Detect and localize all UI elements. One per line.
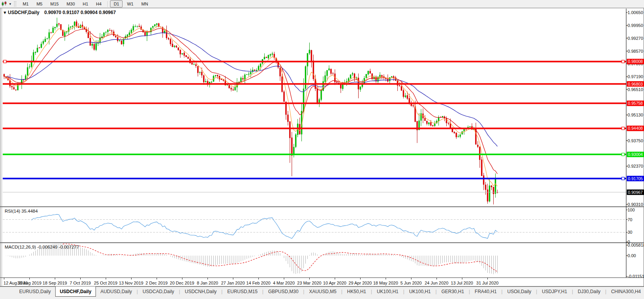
timeframe-button-m15[interactable]: M15	[47, 0, 62, 7]
tab-separator: |	[137, 287, 138, 296]
price-tick-label: 0.96510	[628, 87, 643, 92]
price-tick-label: 0.99270	[628, 36, 643, 41]
rsi-tick-label: 30	[628, 230, 632, 235]
tab-ger30-h1[interactable]: GER30,H1	[437, 287, 468, 296]
date-tick-label: 31 Jul 2020	[476, 281, 499, 285]
price-tick-label: 0.97190	[628, 74, 643, 79]
tab-hk50-h1[interactable]: HK50,H1	[343, 287, 371, 296]
tab-separator: |	[435, 287, 437, 296]
date-tick-label: 5 Jun 2020	[400, 281, 422, 285]
toolbar-grip	[14, 1, 16, 7]
macd-tick-label: 0.00	[628, 253, 636, 258]
tab-usoil-daily[interactable]: USOil,Daily	[503, 287, 536, 296]
price-box-label: 0.90967	[628, 190, 643, 195]
price-tick-label: 0.95130	[628, 113, 643, 117]
price-tick-label: 0.92370	[628, 164, 643, 168]
timeframe-button-h1[interactable]: H1	[79, 0, 92, 7]
macd-tick-label: 0.005818	[628, 243, 644, 247]
price-box-label: 0.96803	[628, 82, 643, 86]
date-tick-label: 27 Jan 2020	[221, 281, 245, 285]
tab-separator: |	[403, 287, 404, 296]
tab-eurusd-daily[interactable]: EURUSD,Daily	[15, 287, 55, 296]
date-tick-label: 23 Mar 2020	[297, 281, 321, 285]
tab-separator: |	[221, 287, 222, 296]
timeframe-button-h4[interactable]: H4	[92, 0, 105, 7]
tab-china300-h4[interactable]: CHINA300,H4	[607, 287, 644, 296]
date-tick-label: 4 Mar 2020	[273, 281, 295, 285]
timeframe-button-m1[interactable]: M1	[19, 0, 32, 7]
chart-ohlc-values: 0.90970 0.91107 0.90904 0.90967	[44, 10, 116, 15]
level-handle	[622, 153, 624, 156]
price-tick-label: 0.99950	[628, 23, 643, 28]
timeframe-button-d1[interactable]: D1	[110, 0, 123, 7]
date-tick-label: 20 Dec 2019	[170, 281, 194, 285]
tab-separator: |	[572, 287, 573, 296]
macd-tick-label: -0.011514	[628, 274, 644, 279]
tab-separator: |	[371, 287, 372, 296]
chart-type-button[interactable]: ▼	[1, 1, 12, 7]
tab-separator: |	[341, 287, 342, 296]
date-tick-label: 7 Oct 2019	[70, 281, 91, 285]
date-tick-label: 30 Aug 2019	[17, 281, 41, 285]
macd-indicator-label: MACD(12,26,9) -0.006249 -0.007277	[5, 245, 79, 249]
tab-audusd-daily[interactable]: AUDUSD,Daily	[96, 287, 136, 296]
price-box-label: 0.98008	[628, 59, 643, 64]
tab-separator: |	[303, 287, 304, 296]
timeframe-button-w1[interactable]: W1	[123, 0, 137, 7]
date-tick-label: 24 Jun 2020	[425, 281, 449, 285]
tab-uk100-h1[interactable]: UK100,H1	[405, 287, 435, 296]
date-tick-label: 8 Jan 2020	[197, 281, 218, 285]
chart-tab-bar: EURUSD,DailyUSDCHF,DailyAUDUSD,Daily|USD…	[0, 286, 644, 299]
level-handle	[4, 60, 6, 63]
toolbar-separator	[107, 1, 108, 7]
tab-separator: |	[469, 287, 470, 296]
timeframe-button-m5[interactable]: M5	[33, 0, 46, 7]
date-tick-label: 13 Nov 2019	[119, 281, 143, 285]
date-tick-label: 25 Oct 2019	[94, 281, 117, 285]
date-tick-label: 14 Feb 2020	[246, 281, 271, 285]
price-tick-label: 0.98570	[628, 49, 643, 54]
date-tick-label: 18 Sep 2019	[43, 281, 67, 285]
timeframe-button-m30[interactable]: M30	[63, 0, 78, 7]
price-tick-label: 1.00650	[628, 10, 643, 15]
price-box-label: 0.93004	[628, 152, 643, 157]
tab-fra40-h1[interactable]: FRA40,H1	[471, 287, 501, 296]
chart-type-icon	[1, 1, 7, 7]
tab-xauusd-m5[interactable]: XAUUSD,M5	[305, 287, 341, 296]
tab-separator: |	[262, 287, 263, 296]
tab-separator: |	[179, 287, 180, 296]
top-toolbar: ▼ M1M5M15M30H1H4D1W1MN	[0, 0, 644, 8]
timeframe-button-group: M1M5M15M30H1H4D1W1MN	[19, 0, 152, 7]
chart-dropdown-icon: ▼	[3, 10, 7, 15]
level-handle	[622, 127, 624, 130]
date-tick-label: 29 Apr 2020	[348, 281, 372, 285]
chart-canvas[interactable]: 1.006500.999500.992700.985700.978900.971…	[0, 8, 644, 286]
tab-usdchf-daily[interactable]: USDCHF,Daily	[55, 286, 96, 297]
tab-usdcnh-daily[interactable]: USDCNH,Daily	[180, 287, 221, 296]
rsi-tick-label: 70	[628, 217, 632, 222]
price-tick-label: 0.90310	[628, 202, 643, 207]
rsi-indicator-label: RSI(14) 35.4484	[5, 209, 38, 213]
tab-separator: |	[605, 287, 606, 296]
date-tick-label: 10 Apr 2020	[323, 281, 346, 285]
tab-usdcad-daily[interactable]: USDCAD,Daily	[138, 287, 179, 296]
date-tick-label: 2 Dec 2019	[146, 281, 168, 285]
tab-separator: |	[536, 287, 537, 296]
tab-dj30-daily[interactable]: DJ30,Daily	[574, 287, 605, 296]
price-box-label: 0.94408	[628, 126, 643, 131]
chart-symbol-title: USDCHF,Daily	[8, 10, 40, 15]
tab-usdjpy-h1[interactable]: USDJPY,H1	[538, 287, 571, 296]
chevron-down-icon: ▼	[9, 2, 12, 6]
price-box-label: 0.95758	[628, 101, 643, 106]
date-tick-label: 13 Jul 2020	[451, 281, 473, 285]
level-handle	[622, 60, 624, 63]
price-box-label: 0.91705	[628, 176, 643, 181]
tab-gbpusd-m30[interactable]: GBPUSD,M30	[264, 287, 303, 296]
tab-eurusd-m15[interactable]: EURUSD,M15	[223, 287, 262, 296]
rsi-tick-label: 100	[628, 208, 635, 212]
tab-uk100-h1[interactable]: UK100,H1	[372, 287, 402, 296]
tab-separator: |	[501, 287, 503, 296]
level-handle	[622, 177, 624, 180]
timeframe-button-mn[interactable]: MN	[138, 0, 152, 7]
date-tick-label: 18 May 2020	[373, 281, 398, 285]
